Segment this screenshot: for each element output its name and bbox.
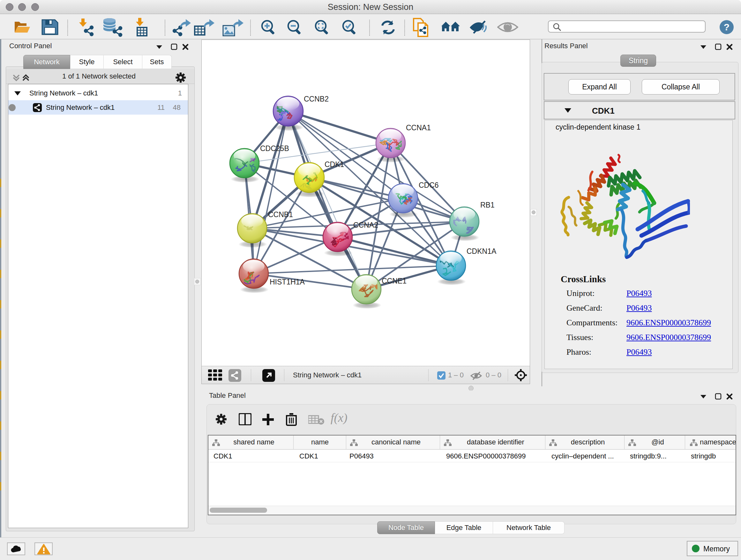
svg-text:RB1: RB1	[480, 201, 495, 209]
svg-text:CCNB1: CCNB1	[268, 210, 293, 219]
svg-text:CDK1: CDK1	[325, 160, 344, 169]
svg-text:CDC6: CDC6	[419, 181, 439, 189]
svg-text:CCNA2: CCNA2	[353, 221, 378, 229]
svg-text:HIST1H1A: HIST1H1A	[270, 278, 305, 286]
svg-text:CCNA1: CCNA1	[406, 124, 431, 132]
svg-text:CDC25B: CDC25B	[260, 144, 289, 152]
svg-text:CDKN1A: CDKN1A	[467, 247, 496, 255]
svg-text:CCNB2: CCNB2	[304, 95, 329, 103]
svg-text:CCNE1: CCNE1	[382, 277, 407, 285]
